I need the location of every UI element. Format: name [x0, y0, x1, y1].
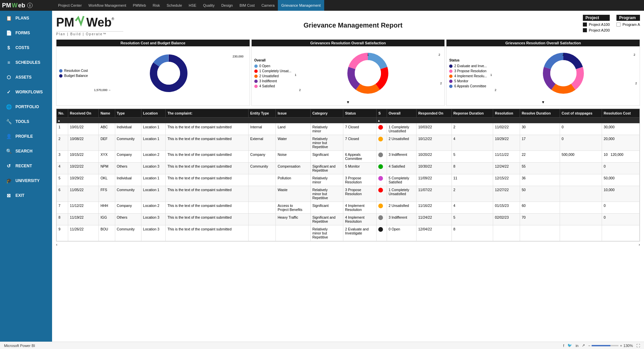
sidebar-label-portfolio: PORTFOLIO	[15, 104, 39, 109]
table-cell	[560, 214, 602, 225]
info-icon[interactable]: i	[27, 3, 33, 8]
main-content: PM Web ® Plan | Build | Operate™ Grievan…	[52, 11, 644, 342]
th-responded-on[interactable]: Responded On	[416, 109, 452, 118]
table-row[interactable]: 510/29/22OKLIndividualLocation 1This is …	[57, 174, 640, 186]
nav-item-risk[interactable]: Risk	[149, 0, 163, 11]
table-cell: 1 Completely Unsatisfied	[387, 123, 416, 135]
table-row[interactable]: 210/08/22DEFCommunityLocation 1This is t…	[57, 135, 640, 151]
social-twitter[interactable]: 🐦	[567, 343, 572, 348]
table-prev[interactable]: ‹	[56, 243, 57, 247]
chart2-expand[interactable]: ▼	[252, 100, 445, 105]
program-a-checkbox[interactable]	[616, 23, 620, 27]
table-row[interactable]: 711/12/22HHHCompanyLocation 2This is the…	[57, 202, 640, 214]
th-overall[interactable]: Overall	[387, 109, 416, 118]
chart3-expand[interactable]: ▼	[446, 100, 640, 105]
nav-item-workflow-management[interactable]: Workflow Management	[85, 0, 129, 11]
nav-item-camera[interactable]: Camera	[258, 0, 278, 11]
th-s[interactable]: S	[377, 109, 387, 118]
fullscreen-icon[interactable]: ⛶	[636, 344, 640, 348]
th-resolution-cost[interactable]: Resolution Cost	[602, 109, 640, 118]
th-type[interactable]: Type	[115, 109, 141, 118]
chart1-title: Resolution Cost and Budget Balance	[56, 40, 250, 46]
program-a-filter[interactable]: Program A	[616, 23, 640, 27]
sidebar-item-profile[interactable]: 👤PROFILE	[0, 129, 52, 144]
sidebar-item-schedules[interactable]: ≡SCHEDULES	[0, 55, 52, 70]
th-name[interactable]: Name	[99, 109, 115, 118]
th-issue[interactable]: Issue	[276, 109, 310, 118]
nav-item-schedule[interactable]: Schedule	[163, 0, 185, 11]
legend-unsat1: 1 Completely Unsat...	[254, 69, 292, 73]
th-category[interactable]: Category	[310, 109, 343, 118]
table-row[interactable]: 310/15/22XYXCompanyLocation 2This is the…	[57, 151, 640, 163]
legend-indifferent: 3 Indifferent	[254, 79, 292, 83]
table-row[interactable]: 110/01/22ABCIndividualLocation 1This is …	[57, 123, 640, 135]
th-received-on[interactable]: Received On	[68, 109, 99, 118]
label-tr: 2	[438, 53, 440, 56]
sidebar-item-costs[interactable]: $COSTS	[0, 40, 52, 55]
sidebar-item-assets[interactable]: ⬡ASSETS	[0, 70, 52, 85]
table-next[interactable]: ›	[639, 243, 640, 247]
nav-item-project-center[interactable]: Project Center	[55, 0, 85, 11]
table-cell: 10/08/22	[68, 135, 99, 151]
th-cost-stoppages[interactable]: Cost of stoppages	[560, 109, 602, 118]
project-a200-filter[interactable]: Project A200	[583, 28, 610, 32]
table-cell: 8	[452, 163, 493, 174]
table-row[interactable]: 410/22/22NPMOthersLocation 3This is the …	[57, 163, 640, 174]
th-response-duration[interactable]: Reponse Duration	[452, 109, 493, 118]
project-a100-checkbox[interactable]	[583, 23, 587, 27]
sidebar-item-forms[interactable]: 📄FORMS	[0, 26, 52, 40]
legend-monitor: 5 Monitor	[449, 79, 487, 83]
sidebar-label-university: UNIVERSITY	[15, 178, 40, 183]
legend-label-open: 0 Open	[259, 64, 270, 68]
status-dot	[378, 188, 383, 192]
zoom-minus[interactable]: −	[588, 344, 590, 348]
table-cell: 11/05/22	[68, 186, 99, 202]
sidebar-item-search[interactable]: 🔍SEARCH	[0, 144, 52, 159]
nav-item-bim-cost[interactable]: BIM Cost	[236, 0, 258, 11]
nav-item-hse[interactable]: HSE	[185, 0, 200, 11]
th-complaint[interactable]: The complaint:	[166, 109, 248, 118]
legend-dot-2	[59, 74, 62, 78]
th-status[interactable]: Status	[343, 109, 377, 118]
social-linkedin[interactable]: in	[575, 344, 578, 348]
th-location[interactable]: Location	[141, 109, 166, 118]
nav-item-quality[interactable]: Quality	[200, 0, 218, 11]
zoom-plus[interactable]: +	[620, 344, 622, 348]
table-cell: 10/29/22	[68, 174, 99, 186]
table-cell: Significant	[310, 202, 343, 214]
sidebar-item-university[interactable]: 🎓UNIVERSITY	[0, 173, 52, 188]
social-share[interactable]: ↗	[582, 343, 585, 348]
table-row[interactable]: 811/19/22IGGOthersLocation 3This is the …	[57, 214, 640, 225]
chart2-svg	[346, 51, 390, 95]
table-cell: 50,000	[602, 174, 640, 186]
table-cell: Location 2	[141, 202, 166, 214]
th-resolution[interactable]: Resolution	[493, 109, 520, 118]
table-row[interactable]: 911/26/22BOUCommunityLocation 3This is t…	[57, 225, 640, 241]
table-cell: Significant and Repetitive	[310, 163, 343, 174]
table-cell	[377, 186, 387, 202]
table-cell: 7 Closed	[343, 135, 377, 151]
th-resolve-duration[interactable]: Resolve Duration	[520, 109, 560, 118]
table-row[interactable]: 611/05/22FFSCommunityLocation 1This is t…	[57, 186, 640, 202]
nav-item-grievance-management[interactable]: Grievance Management	[278, 0, 324, 11]
sidebar-item-plans[interactable]: 📋PLANS	[0, 11, 52, 26]
nav-item-design[interactable]: Design	[218, 0, 236, 11]
th-no[interactable]: No.	[57, 109, 68, 118]
project-a100-filter[interactable]: Project A100	[583, 23, 610, 27]
sidebar-label-forms: FORMS	[15, 31, 30, 35]
sidebar-item-workflows[interactable]: ✓WORKFLOWS	[0, 85, 52, 99]
label-r: 2	[440, 82, 442, 85]
nav-item-pmweb[interactable]: PMWeb	[130, 0, 149, 11]
table-cell: 0	[602, 163, 640, 174]
table-cell: Location 1	[141, 135, 166, 151]
sidebar-item-portfolio[interactable]: 🌐PORTFOLIO	[0, 99, 52, 114]
sidebar-item-exit[interactable]: ⊠EXIT	[0, 188, 52, 203]
table-cell	[248, 225, 276, 241]
sidebar-item-recent[interactable]: ↺RECENT	[0, 159, 52, 173]
project-a200-checkbox[interactable]	[583, 28, 587, 32]
table-cell: 4 Implement Resolution	[343, 214, 377, 225]
zoom-slider[interactable]	[592, 345, 618, 346]
th-entity-type[interactable]: Entity Type	[248, 109, 276, 118]
sidebar-item-tools[interactable]: 🔧TOOLS	[0, 114, 52, 129]
social-facebook[interactable]: f	[563, 344, 564, 348]
